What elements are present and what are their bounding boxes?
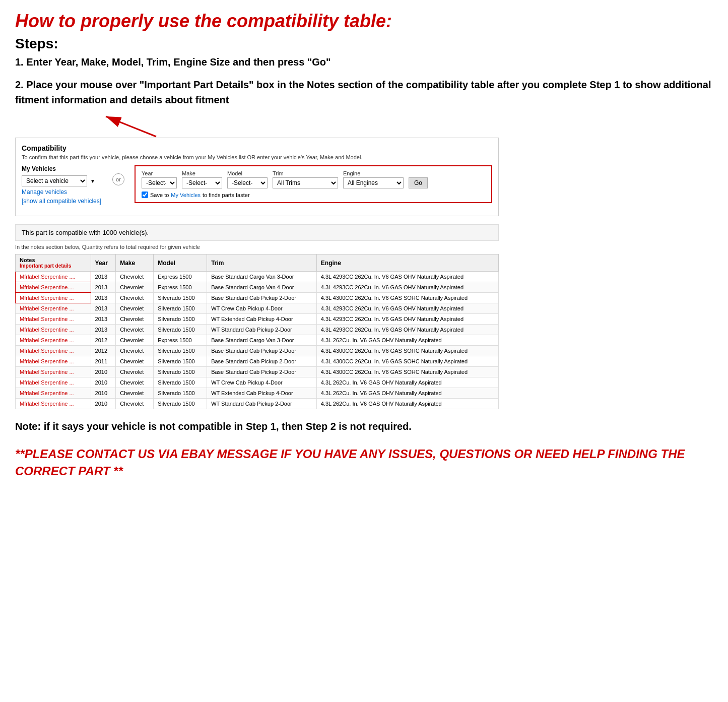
model-label: Model bbox=[227, 170, 268, 176]
year-cell: 2010 bbox=[91, 399, 116, 409]
trim-cell: Base Standard Cab Pickup 2-Door bbox=[207, 367, 317, 377]
trim-cell: Base Standard Cab Pickup 2-Door bbox=[207, 356, 317, 367]
trim-select[interactable]: All Trims bbox=[273, 177, 338, 188]
table-row: Mfrlabel:Serpentine ... 2010 Chevrolet S… bbox=[16, 377, 499, 388]
engine-cell: 4.3L 262Cu. In. V6 GAS OHV Naturally Asp… bbox=[316, 377, 498, 388]
make-cell: Chevrolet bbox=[116, 272, 154, 282]
make-cell: Chevrolet bbox=[116, 346, 154, 356]
year-cell: 2010 bbox=[91, 377, 116, 388]
trim-header: Trim bbox=[207, 254, 317, 272]
notes-cell: Mfrlabel:Serpentine ... bbox=[16, 399, 91, 409]
dropdown-arrow-icon: ▼ bbox=[90, 178, 95, 184]
engine-cell: 4.3L 4300CC 262Cu. In. V6 GAS SOHC Natur… bbox=[316, 356, 498, 367]
notes-cell: Mfrlabel:Serpentine ... bbox=[16, 377, 91, 388]
save-checkbox[interactable] bbox=[142, 192, 148, 198]
engine-cell: 4.3L 262Cu. In. V6 GAS OHV Naturally Asp… bbox=[316, 335, 498, 346]
model-cell: Silverado 1500 bbox=[154, 377, 207, 388]
engine-field: Engine All Engines bbox=[343, 170, 404, 188]
year-cell: 2013 bbox=[91, 303, 116, 314]
main-title: How to properly use the compatibility ta… bbox=[15, 10, 713, 32]
trim-cell: WT Standard Cab Pickup 2-Door bbox=[207, 399, 317, 409]
notes-cell: Mfrlabel:Serpentine ... bbox=[16, 293, 91, 303]
year-cell: 2010 bbox=[91, 388, 116, 399]
year-label: Year bbox=[142, 170, 177, 176]
table-row: Mfrlabel:Serpentine ... 2013 Chevrolet S… bbox=[16, 325, 499, 335]
save-suffix: to finds parts faster bbox=[203, 192, 250, 198]
engine-cell: 4.3L 4293CC 262Cu. In. V6 GAS OHV Natura… bbox=[316, 282, 498, 293]
model-cell: Silverado 1500 bbox=[154, 303, 207, 314]
model-cell: Silverado 1500 bbox=[154, 325, 207, 335]
show-compatible-link[interactable]: [show all compatible vehicles] bbox=[22, 198, 102, 205]
model-field: Model -Select- bbox=[227, 170, 268, 188]
compatibility-subtitle: To confirm that this part fits your vehi… bbox=[22, 154, 492, 160]
year-select[interactable]: -Select- bbox=[142, 177, 177, 188]
year-cell: 2012 bbox=[91, 335, 116, 346]
trim-field: Trim All Trims bbox=[273, 170, 338, 188]
model-cell: Silverado 1500 bbox=[154, 314, 207, 325]
make-cell: Chevrolet bbox=[116, 367, 154, 377]
compatibility-table: Notes Important part details Year Make M… bbox=[15, 254, 499, 409]
make-cell: Chevrolet bbox=[116, 335, 154, 346]
important-part-details-label: Important part details bbox=[20, 263, 87, 269]
notes-cell: Mfrlabel:Serpentine ... bbox=[16, 346, 91, 356]
note-section: Note: if it says your vehicle is not com… bbox=[15, 419, 499, 433]
make-cell: Chevrolet bbox=[116, 399, 154, 409]
svg-line-1 bbox=[106, 116, 156, 137]
trim-cell: Base Standard Cargo Van 4-Door bbox=[207, 282, 317, 293]
engine-label: Engine bbox=[343, 170, 404, 176]
notes-cell: Mfrlabel:Serpentine.... bbox=[16, 282, 91, 293]
manage-vehicles-link[interactable]: Manage vehicles bbox=[22, 188, 102, 196]
year-cell: 2013 bbox=[91, 272, 116, 282]
table-row: Mfrlabel:Serpentine ... 2010 Chevrolet S… bbox=[16, 388, 499, 399]
notes-cell: Mfrlabel:Serpentine ... bbox=[16, 356, 91, 367]
trim-label: Trim bbox=[273, 170, 338, 176]
trim-cell: Base Standard Cargo Van 3-Door bbox=[207, 335, 317, 346]
trim-cell: Base Standard Cab Pickup 2-Door bbox=[207, 346, 317, 356]
red-arrow-icon bbox=[76, 112, 176, 138]
make-cell: Chevrolet bbox=[116, 377, 154, 388]
model-cell: Silverado 1500 bbox=[154, 399, 207, 409]
table-row: Mfrlabel:Serpentine .... 2013 Chevrolet … bbox=[16, 272, 499, 282]
model-header: Model bbox=[154, 254, 207, 272]
year-cell: 2013 bbox=[91, 314, 116, 325]
year-cell: 2012 bbox=[91, 346, 116, 356]
notes-cell: Mfrlabel:Serpentine ... bbox=[16, 303, 91, 314]
steps-heading: Steps: bbox=[15, 36, 713, 52]
quantity-note: In the notes section below, Quantity ref… bbox=[15, 244, 713, 250]
trim-cell: Base Standard Cargo Van 3-Door bbox=[207, 272, 317, 282]
notes-cell: Mfrlabel:Serpentine ... bbox=[16, 314, 91, 325]
notes-header: Notes Important part details bbox=[16, 254, 91, 272]
make-field: Make -Select- bbox=[182, 170, 222, 188]
year-cell: 2013 bbox=[91, 282, 116, 293]
notes-header-top: Notes bbox=[20, 257, 87, 263]
save-text: Save to bbox=[150, 192, 169, 198]
model-select[interactable]: -Select- bbox=[227, 177, 268, 188]
make-cell: Chevrolet bbox=[116, 282, 154, 293]
engine-cell: 4.3L 4293CC 262Cu. In. V6 GAS OHV Natura… bbox=[316, 272, 498, 282]
trim-cell: WT Standard Cab Pickup 2-Door bbox=[207, 325, 317, 335]
table-row: Mfrlabel:Serpentine ... 2012 Chevrolet E… bbox=[16, 335, 499, 346]
make-cell: Chevrolet bbox=[116, 325, 154, 335]
engine-cell: 4.3L 4300CC 262Cu. In. V6 GAS SOHC Natur… bbox=[316, 293, 498, 303]
year-cell: 2013 bbox=[91, 325, 116, 335]
engine-cell: 4.3L 4293CC 262Cu. In. V6 GAS OHV Natura… bbox=[316, 303, 498, 314]
year-cell: 2010 bbox=[91, 367, 116, 377]
table-header-row: Notes Important part details Year Make M… bbox=[16, 254, 499, 272]
contact-section: **PLEASE CONTACT US VIA EBAY MESSAGE IF … bbox=[15, 445, 713, 479]
engine-cell: 4.3L 4300CC 262Cu. In. V6 GAS SOHC Natur… bbox=[316, 367, 498, 377]
make-select[interactable]: -Select- bbox=[182, 177, 222, 188]
notes-cell: Mfrlabel:Serpentine ... bbox=[16, 325, 91, 335]
my-vehicles-link[interactable]: My Vehicles bbox=[171, 192, 201, 198]
step2-text: 2. Place your mouse over "Important Part… bbox=[15, 77, 713, 107]
engine-select[interactable]: All Engines bbox=[343, 177, 404, 188]
trim-cell: WT Extended Cab Pickup 4-Door bbox=[207, 314, 317, 325]
make-header: Make bbox=[116, 254, 154, 272]
trim-cell: WT Extended Cab Pickup 4-Door bbox=[207, 388, 317, 399]
vehicle-select[interactable]: Select a vehicle bbox=[22, 175, 87, 186]
step1-text: 1. Enter Year, Make, Model, Trim, Engine… bbox=[15, 55, 713, 69]
year-header: Year bbox=[91, 254, 116, 272]
make-cell: Chevrolet bbox=[116, 314, 154, 325]
go-button[interactable]: Go bbox=[409, 177, 428, 188]
engine-cell: 4.3L 262Cu. In. V6 GAS OHV Naturally Asp… bbox=[316, 399, 498, 409]
table-row: Mfrlabel:Serpentine ... 2010 Chevrolet S… bbox=[16, 367, 499, 377]
